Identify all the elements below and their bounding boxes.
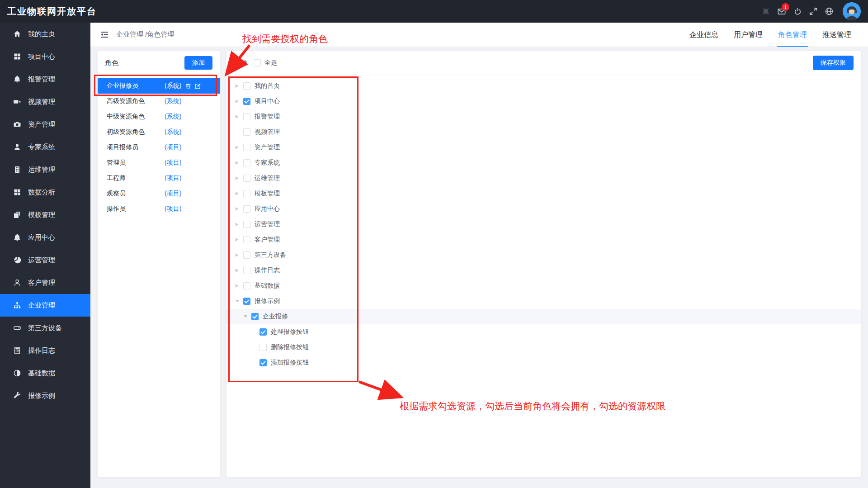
avatar[interactable] [843, 2, 861, 20]
caret-right-icon[interactable] [236, 269, 243, 272]
caret-right-icon[interactable] [236, 115, 243, 118]
checkbox[interactable] [243, 175, 250, 182]
tree-item[interactable]: 报警管理 [226, 109, 861, 124]
tree-item-label: 视频管理 [255, 128, 280, 136]
tree-item[interactable]: 项目中心 [226, 94, 861, 109]
caret-right-icon[interactable] [236, 207, 243, 211]
sidebar-item-third-party-device[interactable]: 第三方设备 [0, 317, 90, 339]
role-row[interactable]: 工程师(项目) [98, 171, 220, 186]
tree-item[interactable]: 删除报修按钮 [226, 340, 861, 355]
checkbox-checked[interactable] [243, 298, 250, 305]
sidebar-item-app-center[interactable]: 应用中心 [0, 226, 90, 249]
caret-right-icon[interactable] [236, 161, 243, 165]
tree-item[interactable]: 处理报修按钮 [226, 324, 861, 340]
fullscreen-icon[interactable] [809, 7, 817, 15]
caret-right-icon[interactable] [236, 238, 243, 242]
role-row[interactable]: 项目报修员(项目) [98, 140, 220, 155]
caret-right-icon[interactable] [236, 146, 243, 149]
tree-item[interactable]: 视频管理 [226, 124, 861, 140]
sidebar-item-asset-mgmt[interactable]: 资产管理 [0, 113, 90, 136]
tree-item[interactable]: 专家系统 [226, 155, 861, 171]
role-row[interactable]: 操作员(项目) [98, 201, 220, 217]
globe-icon[interactable] [825, 7, 833, 15]
caret-right-icon[interactable] [236, 84, 243, 88]
alarm-icon[interactable] [762, 7, 770, 15]
sidebar-item-operation-mgmt[interactable]: 运营管理 [0, 249, 90, 271]
checkbox[interactable] [243, 205, 250, 213]
checkbox[interactable] [243, 236, 250, 243]
sidebar-item-data-analysis[interactable]: 数据分析 [0, 181, 90, 204]
power-icon[interactable] [793, 7, 802, 15]
checkbox[interactable] [243, 128, 250, 136]
sidebar-item-my-home[interactable]: 我的主页 [0, 23, 90, 45]
checkbox-checked[interactable] [259, 328, 267, 336]
tab-push-mgmt[interactable]: 推送管理 [815, 23, 859, 47]
role-row[interactable]: 中级资源角色(系统) [98, 109, 220, 124]
sidebar-item-customer-mgmt[interactable]: 客户管理 [0, 271, 90, 294]
tree-item[interactable]: 基础数据 [226, 278, 861, 294]
caret-down-icon[interactable] [236, 300, 243, 303]
add-role-button[interactable]: 添加 [184, 56, 212, 70]
checkbox[interactable] [243, 282, 250, 289]
caret-right-icon[interactable] [236, 284, 243, 288]
sidebar-item-expert-system[interactable]: 专家系统 [0, 136, 90, 158]
checkbox[interactable] [243, 267, 250, 274]
sidebar-item-project-center[interactable]: 项目中心 [0, 45, 90, 68]
tree-item[interactable]: 添加报修按钮 [226, 355, 861, 370]
save-permissions-button[interactable]: 保存权限 [813, 56, 854, 70]
sidebar-item-operation-log[interactable]: 操作日志 [0, 339, 90, 362]
tree-item[interactable]: 操作日志 [226, 263, 861, 278]
tree-item[interactable]: 我的首页 [226, 78, 861, 94]
role-row[interactable]: 高级资源角色(系统) [98, 94, 220, 109]
resources-panel-title: 资源 [234, 59, 247, 67]
caret-right-icon[interactable] [236, 223, 243, 226]
role-row[interactable]: 管理员(项目) [98, 155, 220, 171]
tree-item[interactable]: 客户管理 [226, 232, 861, 247]
tree-item[interactable]: 报修示例 [226, 294, 861, 309]
sidebar-item-basic-data[interactable]: 基础数据 [0, 362, 90, 384]
checkbox[interactable] [243, 113, 250, 120]
sidebar-item-ops-mgmt[interactable]: 运维管理 [0, 158, 90, 181]
checkbox[interactable] [259, 344, 267, 351]
checkbox[interactable] [243, 144, 250, 151]
checkbox-checked[interactable] [259, 359, 267, 366]
select-all-checkbox[interactable] [254, 59, 261, 66]
delete-role-icon[interactable] [185, 83, 191, 89]
tree-item[interactable]: 应用中心 [226, 201, 861, 217]
tree-item[interactable]: 资产管理 [226, 140, 861, 155]
caret-down-icon[interactable] [244, 315, 251, 318]
sidebar-item-template-mgmt[interactable]: 模板管理 [0, 204, 90, 226]
tab-role-mgmt[interactable]: 角色管理 [770, 23, 815, 47]
tab-user-mgmt[interactable]: 用户管理 [726, 23, 770, 47]
sidebar-item-enterprise-mgmt[interactable]: 企业管理 [0, 294, 90, 317]
checkbox[interactable] [243, 251, 250, 259]
checkbox[interactable] [243, 221, 250, 228]
sitemap-icon [13, 302, 21, 309]
checkbox[interactable] [243, 159, 250, 166]
edit-role-icon[interactable] [195, 83, 201, 89]
checkbox[interactable] [243, 190, 250, 197]
sidebar-item-repair-example[interactable]: 报修示例 [0, 384, 90, 407]
caret-right-icon[interactable] [236, 176, 243, 180]
sidebar-item-video-mgmt[interactable]: 视频管理 [0, 90, 90, 113]
sidebar-item-alarm-mgmt[interactable]: 报警管理 [0, 68, 90, 90]
tree-item-label: 资产管理 [255, 143, 280, 152]
role-row[interactable]: 初级资源角色(系统) [98, 124, 220, 140]
checkbox-checked[interactable] [243, 98, 250, 105]
checkbox[interactable] [243, 82, 250, 90]
checkbox-checked[interactable] [251, 313, 259, 320]
role-row-selected[interactable]: 企业报修员 (系统) [98, 78, 220, 94]
tab-enterprise-info[interactable]: 企业信息 [682, 23, 726, 47]
caret-right-icon[interactable] [236, 99, 243, 103]
tree-item[interactable]: 模板管理 [226, 186, 861, 201]
mail-icon[interactable]: 1 [778, 7, 786, 15]
tree-item[interactable]: 运维管理 [226, 171, 861, 186]
tree-item[interactable]: 运营管理 [226, 217, 861, 232]
tree-item[interactable]: 第三方设备 [226, 247, 861, 263]
tree-item-highlighted[interactable]: 企业报修 [226, 309, 861, 324]
collapse-menu-icon[interactable] [100, 30, 109, 39]
caret-right-icon[interactable] [236, 192, 243, 195]
role-row[interactable]: 观察员(项目) [98, 186, 220, 201]
tree-item-label: 报警管理 [255, 113, 280, 121]
caret-right-icon[interactable] [236, 253, 243, 257]
